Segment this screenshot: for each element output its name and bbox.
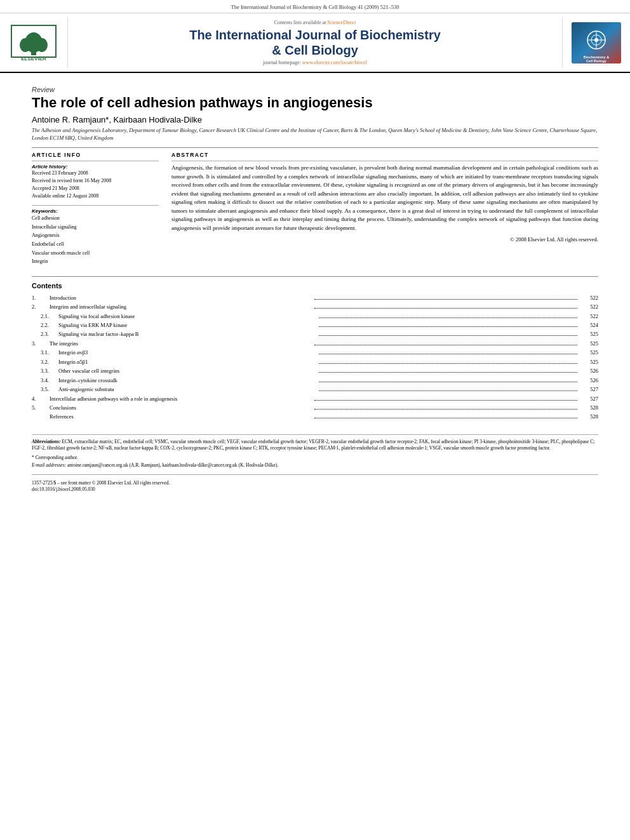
journal-logo-right-icon: Biochemistry & Cell Biology [572,22,621,63]
footer-divider [32,474,598,475]
toc-item: 3.2.Integrin α5β1525 [32,357,598,366]
toc-container: 1.Introduction5222.Integrins and intrace… [32,293,598,422]
toc-number: 3.3. [32,366,58,375]
toc-dots [319,390,577,391]
keywords-list: Cell adhesionIntracellular signalingAngi… [32,214,159,266]
toc-label: The integrins [50,339,312,348]
toc-number: 2.1. [32,312,58,321]
keyword-item: Endothelial cell [32,240,159,249]
corresponding-star: * [32,455,34,460]
toc-number: 2. [32,302,50,311]
toc-page: 526 [579,376,598,385]
toc-dots [319,382,577,382]
toc-page: 522 [579,312,598,321]
abbreviations: Abbreviations: ECM, extracellular matrix… [32,439,598,452]
journal-citation-line: The International Journal of Biochemistr… [0,0,630,13]
toc-dots [314,400,577,401]
affiliation: The Adhesion and Angiogenesis Laboratory… [32,127,598,142]
toc-page: 527 [579,385,598,394]
toc-label: Other vascular cell integrins [58,366,317,375]
header-divider [32,147,598,148]
history-label: Article history: [32,164,159,170]
contents-section: Contents 1.Introduction5222.Integrins an… [32,276,598,422]
toc-item: 3.4.Integrin–cytokine crosstalk526 [32,376,598,385]
svg-text:ELSEVIER: ELSEVIER [21,56,46,62]
abbreviations-text: ECM, extracellular matrix; EC, endotheli… [32,439,594,451]
abstract-heading: ABSTRACT [171,152,598,158]
toc-number: 3.4. [32,376,58,385]
toc-page: 525 [579,357,598,366]
keyword-item: Cell adhesion [32,214,159,223]
toc-label: Integrin–cytokine crosstalk [58,376,317,385]
keywords-divider [32,205,159,206]
toc-page: 525 [579,330,598,338]
homepage-url[interactable]: www.elsevier.com/locate/biocel [302,60,367,65]
journal-header-center: Contents lists available at ScienceDirec… [67,17,563,68]
toc-dots [319,372,577,373]
toc-page: 522 [579,302,598,311]
toc-item: 3.1.Integrin αvβ3525 [32,348,598,357]
elsevier-logo-icon: ELSEVIER [8,22,59,63]
sciencedirect-line: Contents lists available at ScienceDirec… [274,20,356,25]
toc-number: 3. [32,339,50,348]
toc-page: 528 [579,403,598,412]
footnotes-area: Abbreviations: ECM, extracellular matrix… [32,434,598,493]
toc-number: 5. [32,403,50,412]
toc-page: 527 [579,394,598,403]
toc-item: 4.Intercellular adhesion pathways with a… [32,394,598,403]
toc-dots [314,418,577,418]
toc-label: Integrins and intracellular signaling [50,302,312,311]
toc-page: 522 [579,293,598,302]
keyword-item: Integrin [32,257,159,266]
toc-label: Integrin α5β1 [58,357,317,366]
toc-item: 3.5.Anti-angiogenic substrata527 [32,385,598,394]
abstract-divider [171,161,598,161]
received-date: Received 23 February 2008 [32,170,159,177]
svg-text:Cell Biology: Cell Biology [586,59,607,63]
toc-label: Anti-angiogenic substrata [58,385,317,394]
svg-point-3 [36,38,48,52]
revised-date: Received in revised form 16 May 2008 [32,177,159,185]
toc-item: 2.2.Signaling via ERK MAP kinase524 [32,321,598,330]
toc-number: 3.2. [32,357,58,366]
toc-dots [314,345,577,345]
journal-header: ELSEVIER Contents lists available at Sci… [0,13,630,73]
article-info-heading: ARTICLE INFO [32,152,159,158]
available-date: Available online 12 August 2008 [32,192,159,200]
keyword-item: Angiogenesis [32,231,159,240]
keyword-item: Vascular smooth muscle cell [32,249,159,258]
toc-dots [319,326,577,327]
toc-number: 2.3. [32,330,58,338]
toc-label: Signaling via focal adhesion kinase [58,312,317,321]
doi-line: doi:10.1016/j.biocel.2008.05.030 [32,486,598,493]
content-area: Review The role of cell adhesion pathway… [0,73,630,500]
email-label: E-mail addresses: [32,462,66,468]
sciencedirect-link[interactable]: ScienceDirect [328,20,356,25]
email-note: E-mail addresses: antoine.ramjaun@cancer… [32,462,598,469]
toc-item: References528 [32,412,598,421]
abbreviations-label: Abbreviations: [32,439,60,444]
issn-line: 1357-2725/$ – see front matter © 2008 El… [32,480,598,487]
toc-page: 525 [579,339,598,348]
toc-label: References [50,412,312,421]
info-divider [32,161,159,161]
abstract-text: Angiogenesis, the formation of new blood… [171,164,598,232]
abstract-column: ABSTRACT Angiogenesis, the formation of … [171,152,598,266]
svg-point-2 [20,38,31,52]
toc-number: 2.2. [32,321,58,330]
copyright-line: © 2008 Elsevier Ltd. All rights reserved… [171,236,598,243]
contents-heading: Contents [32,282,598,290]
section-label: Review [32,86,55,93]
toc-page: 526 [579,366,598,375]
toc-number: 3.5. [32,385,58,394]
toc-label: Introduction [50,293,312,302]
article-info-column: ARTICLE INFO Article history: Received 2… [32,152,159,266]
toc-dots [314,409,577,410]
toc-dots [319,354,577,354]
keywords-label: Keywords: [32,208,159,214]
toc-page: 528 [579,412,598,421]
article-info-abstract: ARTICLE INFO Article history: Received 2… [32,152,598,266]
elsevier-logo-container: ELSEVIER [5,17,62,68]
article-title: The role of cell adhesion pathways in an… [32,95,598,111]
toc-page: 524 [579,321,598,330]
